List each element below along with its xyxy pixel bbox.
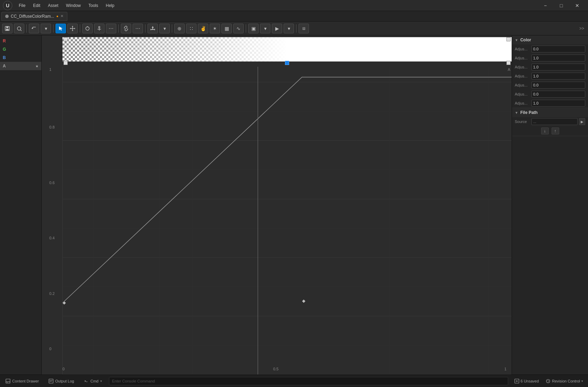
y-label-1: 1 — [49, 67, 51, 72]
nav-up-button[interactable]: ↑ — [552, 127, 559, 134]
svg-point-16 — [87, 26, 88, 27]
svg-text:U: U — [6, 3, 9, 8]
svg-marker-12 — [72, 30, 73, 31]
color-row-2: Adjus... 1.0 — [512, 63, 588, 72]
link-button[interactable] — [121, 24, 131, 33]
source-label: Source — [515, 120, 530, 124]
right-panel: ▼ Color Adjus... 0.0 Adjus... 1.0 Adjus.… — [512, 35, 588, 374]
file-path-section: ▼ File Path Source ... ▶ ↓ ↑ — [512, 108, 588, 136]
rotate-button[interactable] — [82, 24, 93, 33]
channel-g[interactable]: G — [0, 45, 41, 53]
menu-file[interactable]: File — [15, 2, 29, 9]
unsaved-button[interactable]: 6 Unsaved — [512, 378, 541, 385]
toolbar-separator-1 — [26, 24, 27, 33]
nav-down-button[interactable]: ↓ — [541, 127, 549, 134]
move-arrow-button[interactable] — [148, 24, 158, 33]
channel-b[interactable]: B — [0, 53, 41, 62]
color-value-2[interactable]: 1.0 — [531, 64, 585, 71]
color-row-0: Adjus... 0.0 — [512, 44, 588, 53]
source-browse-button[interactable]: ▶ — [579, 118, 585, 125]
revision-control-button[interactable]: Revision Control ▾ — [544, 378, 585, 385]
foliage-button[interactable]: ✶ — [210, 24, 220, 33]
menu-tools[interactable]: Tools — [85, 2, 102, 9]
gradient-handle-bottom-right[interactable] — [506, 61, 511, 65]
channel-a-dot: A — [3, 64, 6, 68]
color-row-3: Adjus... 1.0 — [512, 72, 588, 81]
menu-edit[interactable]: Edit — [30, 2, 44, 9]
output-log-icon — [49, 379, 53, 384]
gradient-handles-container — [62, 37, 512, 65]
output-log-button[interactable]: Output Log — [46, 378, 77, 385]
menu-window[interactable]: Window — [62, 2, 84, 9]
toolbar-expand-button[interactable]: >> — [578, 24, 586, 33]
color-collapse-arrow: ▼ — [515, 38, 518, 42]
color-value-1[interactable]: 1.0 — [531, 55, 585, 61]
tab-diffuse-color-ramp[interactable]: CC_DiffuseColorRam... ● ✕ — [1, 12, 67, 21]
cmd-button[interactable]: Cmd ▾ — [81, 378, 104, 385]
cloth-sim-button[interactable]: ∿ — [233, 24, 244, 33]
snap-button[interactable]: ⊕ — [174, 24, 185, 33]
unsaved-icon — [514, 379, 519, 384]
menu-asset[interactable]: Asset — [44, 2, 62, 9]
revision-label: Revision Control — [552, 379, 580, 383]
color-label-2: Adjus... — [515, 65, 530, 69]
svg-marker-8 — [59, 26, 62, 31]
cloth-button[interactable]: ▦ — [221, 24, 232, 33]
menu-help[interactable]: Help — [102, 2, 118, 9]
paint-button[interactable]: ✌ — [198, 24, 208, 33]
color-row-5: Adjus... 0.0 — [512, 90, 588, 99]
transform-button[interactable] — [67, 24, 78, 33]
source-input[interactable]: ... — [531, 118, 578, 125]
gradient-handle-top-left[interactable] — [64, 37, 68, 41]
anchor-button[interactable] — [94, 24, 104, 33]
tab-close-button[interactable]: ✕ — [60, 14, 64, 18]
tool-dots[interactable]: ⋯ — [106, 24, 116, 33]
output-log-label: Output Log — [55, 379, 74, 383]
svg-rect-50 — [49, 379, 53, 383]
color-value-4[interactable]: 0.0 — [531, 82, 585, 89]
toolbar-separator-4 — [118, 24, 119, 33]
save-button[interactable] — [2, 24, 12, 33]
channel-r[interactable]: R — [0, 37, 41, 45]
color-value-6[interactable]: 1.0 — [531, 100, 585, 107]
toolbar-separator-3 — [80, 24, 80, 33]
mode-dropdown-1[interactable]: ▾ — [260, 24, 270, 33]
channel-a[interactable]: A ★ — [0, 62, 41, 70]
svg-marker-13 — [70, 28, 71, 29]
undo-button[interactable] — [29, 24, 39, 33]
x-label-05: 0.5 — [273, 367, 278, 371]
toolbar: ▾ ⋯ ⋯ ▾ ⊕ ∷ ✌ ✶ ▦ ∿ — [0, 22, 588, 35]
gradient-handle-bottom-center[interactable] — [285, 61, 289, 65]
gradient-handle-bottom-left[interactable] — [64, 61, 68, 65]
y-label-04: 0.4 — [49, 236, 54, 240]
status-right: 6 Unsaved Revision Control ▾ — [512, 378, 585, 385]
gradient-handle-top-right[interactable] — [506, 37, 511, 41]
select-tool-button[interactable] — [56, 24, 66, 33]
svg-point-17 — [99, 26, 100, 28]
toolbar-separator-8 — [296, 24, 296, 33]
color-value-5[interactable]: 0.0 — [531, 91, 585, 98]
undo-dropdown[interactable]: ▾ — [41, 24, 51, 33]
mode-dropdown-2[interactable]: ▾ — [284, 24, 294, 33]
layout-button[interactable]: ⧆ — [299, 24, 309, 33]
file-path-section-header[interactable]: ▼ File Path — [512, 108, 588, 117]
mode-button-2[interactable]: ▶ — [272, 24, 282, 33]
color-value-3[interactable]: 1.0 — [531, 73, 585, 80]
content-drawer-button[interactable]: Content Drawer — [3, 378, 42, 385]
color-label-6: Adjus... — [515, 101, 530, 105]
maximize-button[interactable]: □ — [553, 0, 569, 11]
grid-button[interactable]: ∷ — [186, 24, 196, 33]
y-label-0: 0 — [49, 347, 51, 351]
link-dots[interactable]: ⋯ — [133, 24, 143, 33]
move-arrow-dropdown[interactable]: ▾ — [159, 24, 170, 33]
mode-button-1[interactable]: ▣ — [248, 24, 259, 33]
console-input[interactable] — [109, 377, 508, 385]
close-button[interactable]: ✕ — [569, 0, 585, 11]
browse-button[interactable] — [14, 24, 24, 33]
color-section-header[interactable]: ▼ Color — [512, 35, 588, 44]
minimize-button[interactable]: − — [537, 0, 553, 11]
app-logo: U — [3, 1, 12, 10]
color-value-0[interactable]: 0.0 — [531, 46, 585, 52]
a-axis-label: A — [508, 67, 510, 72]
main-area: R G B A ★ — [0, 35, 588, 374]
